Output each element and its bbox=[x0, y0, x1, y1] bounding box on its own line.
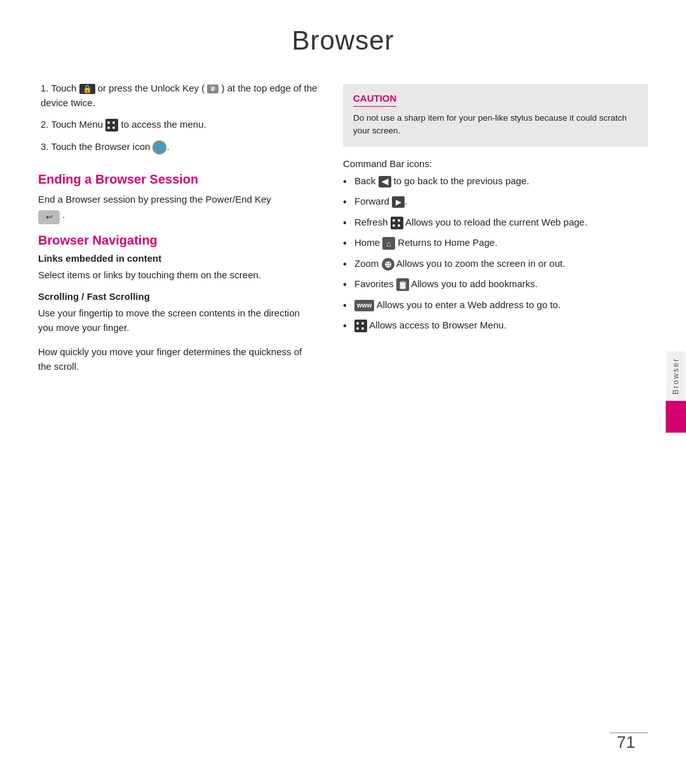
cmd-home-item: Home ⌂ Returns to Home Page. bbox=[343, 236, 648, 250]
browser-navigating-section: Browser Navigating Links embedded in con… bbox=[38, 233, 318, 374]
refresh-icon bbox=[391, 217, 403, 229]
page-container: Browser 1. Touch 🔒 or press the Unlock K… bbox=[0, 0, 686, 784]
power-end-key-icon: ↩ bbox=[38, 210, 60, 224]
unlock-key-icon: ⎚ bbox=[207, 84, 219, 93]
page-title: Browser bbox=[38, 25, 648, 56]
cmd-favorites-item: Favorites 📋 Allows you to add bookmarks. bbox=[343, 277, 648, 292]
cmd-back-item: Back ◀ to go back to the previous page. bbox=[343, 174, 648, 189]
cmd-browser-menu-item: Allows access to Browser Menu. bbox=[343, 318, 648, 333]
links-embedded-body: Select items or links by touching them o… bbox=[38, 267, 318, 282]
cmd-www-item: www Allows you to enter a Web address to… bbox=[343, 298, 648, 313]
ending-session-body: End a Browser session by pressing the Po… bbox=[38, 192, 318, 224]
step-1: 1. Touch 🔒 or press the Unlock Key ( ⎚ )… bbox=[38, 81, 318, 110]
lock-icon: 🔒 bbox=[79, 84, 95, 94]
command-bar-list: Back ◀ to go back to the previous page. … bbox=[343, 174, 648, 333]
zoom-icon: ⊕ bbox=[382, 258, 394, 271]
home-icon: ⌂ bbox=[382, 237, 395, 250]
caution-title: CAUTION bbox=[353, 93, 396, 107]
left-column: 1. Touch 🔒 or press the Unlock Key ( ⎚ )… bbox=[38, 81, 318, 382]
step-3: 3. Touch the Browser icon 🌐. bbox=[38, 140, 318, 154]
favorites-icon: 📋 bbox=[396, 278, 409, 291]
cmd-refresh-item: Refresh Allows you to reload the current… bbox=[343, 215, 648, 230]
cmd-forward-item: Forward ▶. bbox=[343, 194, 648, 209]
cmd-zoom-text: Zoom ⊕ Allows you to zoom the screen in … bbox=[354, 258, 565, 269]
sidebar-pink-accent bbox=[666, 401, 686, 433]
page-number: 71 bbox=[617, 733, 635, 752]
forward-icon: ▶ bbox=[392, 196, 405, 208]
www-icon: www bbox=[354, 300, 374, 311]
step-1-text: 1. Touch 🔒 or press the Unlock Key ( ⎚ )… bbox=[41, 83, 317, 108]
steps-list: 1. Touch 🔒 or press the Unlock Key ( ⎚ )… bbox=[38, 81, 318, 154]
menu-dots-icon bbox=[105, 119, 118, 132]
cmd-browser-menu-text: Allows access to Browser Menu. bbox=[354, 320, 506, 330]
browser-navigating-heading: Browser Navigating bbox=[38, 233, 318, 248]
back-icon: ◀ bbox=[379, 176, 391, 187]
content-columns: 1. Touch 🔒 or press the Unlock Key ( ⎚ )… bbox=[38, 81, 648, 382]
sidebar-tab: Browser bbox=[666, 351, 686, 433]
step-2: 2. Touch Menu to access the menu. bbox=[38, 118, 318, 132]
ending-session-section: Ending a Browser Session End a Browser s… bbox=[38, 172, 318, 224]
browser-globe-icon: 🌐 bbox=[152, 140, 166, 154]
cmd-www-text: www Allows you to enter a Web address to… bbox=[354, 299, 561, 310]
caution-body: Do not use a sharp item for your pen-lik… bbox=[353, 112, 638, 138]
links-embedded-heading: Links embedded in content bbox=[38, 253, 318, 264]
ending-session-heading: Ending a Browser Session bbox=[38, 172, 318, 187]
scrolling-body: Use your fingertip to move the screen co… bbox=[38, 306, 318, 335]
cmd-refresh-text: Refresh Allows you to reload the current… bbox=[354, 217, 588, 227]
right-column: CAUTION Do not use a sharp item for your… bbox=[343, 81, 648, 339]
step-3-text: 3. Touch the Browser icon 🌐. bbox=[41, 141, 170, 152]
cmd-forward-text: Forward ▶. bbox=[354, 196, 407, 206]
scrolling-body2: How quickly you move your finger determi… bbox=[38, 344, 318, 374]
command-bar-label: Command Bar icons: bbox=[343, 158, 648, 169]
cmd-favorites-text: Favorites 📋 Allows you to add bookmarks. bbox=[354, 278, 537, 289]
cmd-home-text: Home ⌂ Returns to Home Page. bbox=[354, 237, 497, 248]
cmd-back-text: Back ◀ to go back to the previous page. bbox=[354, 175, 529, 186]
caution-box: CAUTION Do not use a sharp item for your… bbox=[343, 84, 648, 147]
sidebar-label: Browser bbox=[666, 351, 685, 401]
step-2-text: 2. Touch Menu to access the menu. bbox=[41, 119, 206, 130]
scrolling-heading: Scrolling / Fast Scrolling bbox=[38, 291, 318, 302]
cmd-zoom-item: Zoom ⊕ Allows you to zoom the screen in … bbox=[343, 257, 648, 271]
browser-menu-icon bbox=[354, 320, 367, 332]
